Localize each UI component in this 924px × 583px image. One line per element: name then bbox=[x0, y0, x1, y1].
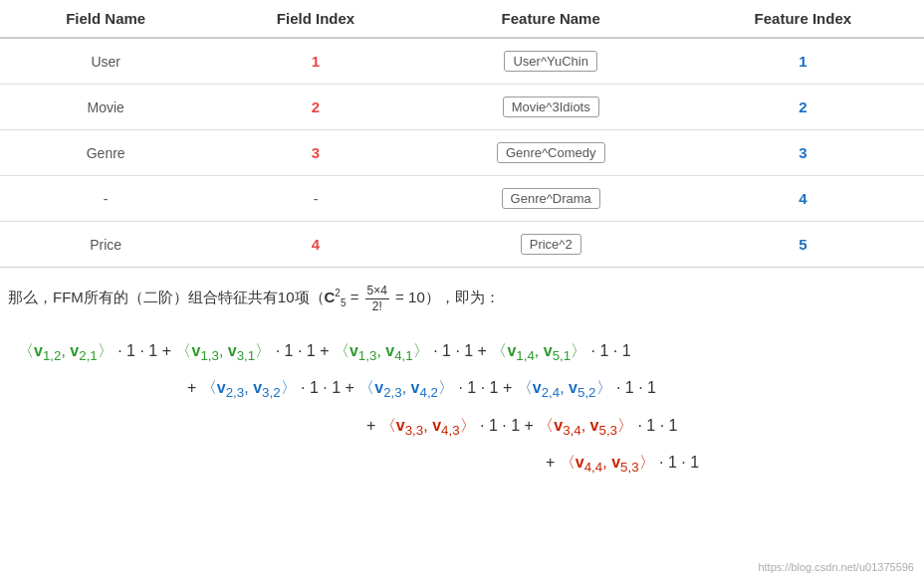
feature-name-3: Genre^Comedy bbox=[420, 130, 682, 176]
feature-name-4: Genre^Drama bbox=[420, 176, 682, 222]
feature-index-2: 2 bbox=[682, 85, 924, 130]
feature-table: Field Name Field Index Feature Name Feat… bbox=[0, 0, 924, 268]
feature-name-1: User^YuChin bbox=[420, 38, 682, 85]
formula-line-2: + 〈v2,3, v3,2〉 · 1 · 1 + 〈v2,3, v4,2〉 · … bbox=[187, 370, 916, 408]
field-name-3: Genre bbox=[0, 130, 211, 176]
feature-index-3: 3 bbox=[682, 130, 924, 176]
field-index-5: 4 bbox=[211, 222, 419, 268]
field-index-4: - bbox=[211, 176, 419, 222]
formula-line-3: + 〈v3,3, v4,3〉 · 1 · 1 + 〈v3,4, v5,3〉 · … bbox=[366, 408, 916, 446]
table-row: - - Genre^Drama 4 bbox=[0, 176, 924, 222]
col-header-feature-index: Feature Index bbox=[682, 0, 924, 38]
formula-line-1: 〈v1,2, v2,1〉 · 1 · 1 + 〈v1,3, v3,1〉 · 1 … bbox=[18, 333, 916, 371]
table-row: Price 4 Price^2 5 bbox=[0, 222, 924, 268]
field-index-3: 3 bbox=[211, 130, 419, 176]
col-header-field-name: Field Name bbox=[0, 0, 211, 38]
watermark: https://blog.csdn.net/u01375596 bbox=[758, 561, 914, 573]
table-row: User 1 User^YuChin 1 bbox=[0, 38, 924, 85]
table-row: Genre 3 Genre^Comedy 3 bbox=[0, 130, 924, 176]
field-name-2: Movie bbox=[0, 85, 211, 130]
col-header-feature-name: Feature Name bbox=[420, 0, 682, 38]
feature-index-4: 4 bbox=[682, 176, 924, 222]
feature-name-2: Movie^3Idiots bbox=[420, 85, 682, 130]
description-text: 那么，FFM所有的（二阶）组合特征共有10项（C25 = 5×4 2! = 10… bbox=[0, 268, 924, 323]
formula-section: 〈v1,2, v2,1〉 · 1 · 1 + 〈v1,3, v3,1〉 · 1 … bbox=[0, 323, 924, 492]
field-index-2: 2 bbox=[211, 85, 419, 130]
field-name-5: Price bbox=[0, 222, 211, 268]
table-row: Movie 2 Movie^3Idiots 2 bbox=[0, 85, 924, 130]
feature-index-5: 5 bbox=[682, 222, 924, 268]
field-name-4: - bbox=[0, 176, 211, 222]
col-header-field-index: Field Index bbox=[211, 0, 419, 38]
field-name-1: User bbox=[0, 38, 211, 85]
formula-line-4: + 〈v4,4, v5,3〉 · 1 · 1 bbox=[546, 445, 916, 483]
feature-table-container: Field Name Field Index Feature Name Feat… bbox=[0, 0, 924, 268]
feature-index-1: 1 bbox=[682, 38, 924, 85]
field-index-1: 1 bbox=[211, 38, 419, 85]
feature-name-5: Price^2 bbox=[420, 222, 682, 268]
